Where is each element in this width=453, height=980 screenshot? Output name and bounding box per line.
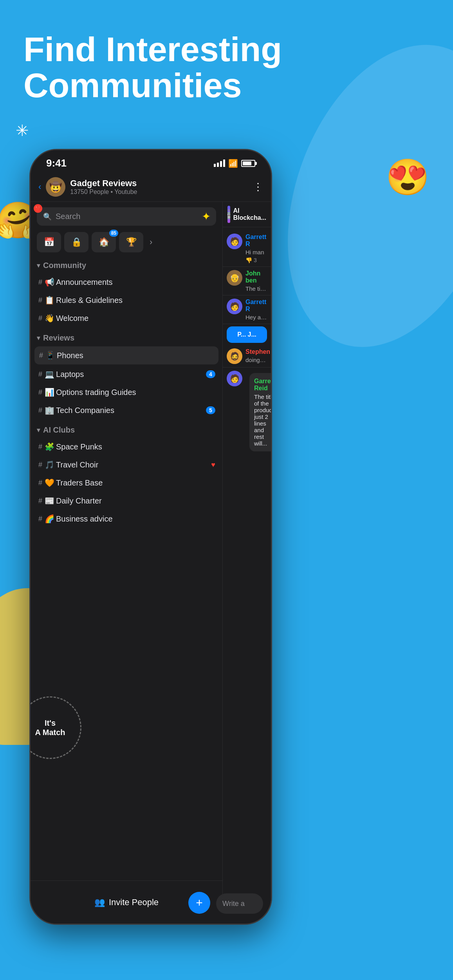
status-time: 9:41: [46, 157, 67, 169]
chat-group-header: 🤖 AI Blockcha...: [223, 202, 271, 227]
avatar: 🧔: [227, 348, 242, 364]
message-list: 🧑 Garrett R Hi man 👎 3 👴: [223, 227, 271, 907]
long-message: Garrett Reid The title of the product ju…: [249, 373, 271, 451]
group-sub: 13750 People • Youtube: [70, 188, 253, 196]
message-author: Garrett R: [245, 234, 267, 248]
avatar: 🧑: [227, 234, 242, 249]
search-bar[interactable]: ❤️ 🔍 Search ✦: [37, 207, 216, 226]
sidebar: ❤️ 🔍 Search ✦ 📅 🔒 🏠 85 🏆 ›: [31, 202, 222, 907]
signal-bars: [214, 159, 225, 167]
heart-badge: ❤️: [34, 204, 42, 213]
message-item: 🧑 Garrett R Hey an...: [223, 295, 271, 324]
message-item: 🧑 Garrett Reid The title of the product …: [223, 368, 271, 457]
chevron-down-icon: ▾: [37, 262, 40, 269]
hero-line1: Find Interesting: [23, 31, 282, 67]
message-text: Hi man: [245, 249, 267, 255]
battery-icon: [241, 160, 255, 167]
unread-badge: 4: [206, 370, 215, 378]
message-reaction: 👎 3: [245, 257, 267, 263]
message-input[interactable]: Write a: [222, 893, 263, 907]
channel-options-trading[interactable]: # 📊 Options trading Guides: [31, 383, 222, 401]
message-text: The title just 2 li...: [245, 285, 267, 292]
sparkle-icon-1: ✳: [16, 121, 29, 139]
tab-home[interactable]: 🏠 85: [92, 232, 116, 252]
section-label: Community: [43, 261, 86, 270]
message-text: Hey an...: [245, 314, 267, 321]
message-text: The title of the product just 2 lines an…: [254, 393, 271, 447]
message-author: Garrett R: [245, 299, 267, 313]
channel-announcements[interactable]: # 📢 Announcements: [31, 273, 222, 291]
group-name: Gadget Reviews: [70, 178, 253, 188]
heart-eyes-emoji: 😍: [386, 157, 430, 198]
channel-laptops[interactable]: # 💻 Laptops 4: [31, 365, 222, 383]
avatar: 🧑: [227, 299, 242, 314]
group-channel-name: AI Blockcha...: [233, 207, 266, 221]
channel-tech-companies[interactable]: # 🏢 Tech Companies 5: [31, 401, 222, 419]
status-bar: 9:41 📶: [31, 150, 271, 172]
header-info: Gadget Reviews 13750 People • Youtube: [70, 178, 253, 196]
main-content: ❤️ 🔍 Search ✦ 📅 🔒 🏠 85 🏆 ›: [31, 202, 271, 907]
chat-panel: 🤖 AI Blockcha... 🧑 Garrett R Hi man 👎 3: [222, 202, 271, 907]
group-avatar: 🤖: [227, 206, 230, 223]
avatar: 🤠: [46, 177, 65, 197]
section-label: AI Clubs: [43, 426, 75, 435]
tab-calendar[interactable]: 📅: [37, 232, 61, 252]
search-icon: 🔍: [43, 212, 52, 221]
chevron-down-icon: ▾: [37, 334, 40, 342]
message-author: Stephen: [245, 348, 267, 355]
message-author: Garrett Reid: [254, 378, 271, 392]
phone-mockup: 9:41 📶 ‹ 🤠 Gadget Reviews 13750 Pe: [29, 149, 272, 925]
chat-cta-button[interactable]: P... J...: [227, 326, 267, 343]
section-community[interactable]: ▾ Community: [31, 255, 222, 273]
match-badge: It's A Match: [29, 696, 81, 759]
channel-welcome[interactable]: # 👋 Welcome: [31, 309, 222, 327]
channel-space-punks[interactable]: # 🧩 Space Punks: [31, 438, 222, 456]
avatar: 👴: [227, 270, 242, 286]
heart-icon: ♥: [211, 461, 215, 469]
message-item: 👴 John ben The title just 2 li...: [223, 267, 271, 295]
channel-phones[interactable]: # 📱 Phones: [34, 346, 218, 364]
tab-icons-row: 📅 🔒 🏠 85 🏆 ›: [31, 230, 222, 255]
add-person-icon: 👥: [94, 897, 105, 907]
avatar: 🧑: [227, 371, 242, 386]
message-item: 🧔 Stephen doing w...: [223, 345, 271, 368]
back-button[interactable]: ‹: [38, 182, 41, 192]
section-reviews[interactable]: ▾ Reviews: [31, 327, 222, 346]
channel-rules[interactable]: # 📋 Rules & Guidelines: [31, 291, 222, 309]
chat-header: ‹ 🤠 Gadget Reviews 13750 People • Youtub…: [31, 172, 271, 202]
phone-frame: 9:41 📶 ‹ 🤠 Gadget Reviews 13750 Pe: [29, 149, 272, 925]
message-item: 🧑 Garrett R Hi man 👎 3: [223, 230, 271, 267]
sparkle-icon: ✦: [202, 210, 211, 223]
channel-daily-charter[interactable]: # 📰 Daily Charter: [31, 492, 222, 510]
chevron-down-icon: ▾: [37, 426, 40, 434]
notification-badge: 85: [109, 230, 118, 237]
message-text: doing w...: [245, 357, 267, 363]
hero-text: Find Interesting Communities: [23, 31, 282, 104]
section-label: Reviews: [43, 333, 74, 342]
hero-line2: Communities: [23, 67, 282, 103]
channel-business-advice[interactable]: # 🌈 Business advice: [31, 510, 222, 528]
tab-lock[interactable]: 🔒: [64, 232, 88, 252]
status-icons: 📶: [214, 159, 255, 168]
message-author: John ben: [245, 270, 267, 284]
tab-more-icon[interactable]: ›: [146, 237, 155, 247]
search-input[interactable]: Search: [56, 212, 210, 221]
channel-travel-choir[interactable]: # 🎵 Travel Choir ♥: [31, 456, 222, 474]
unread-badge: 5: [206, 406, 215, 414]
section-ai-clubs[interactable]: ▾ AI Clubs: [31, 419, 222, 438]
wifi-icon: 📶: [228, 159, 238, 168]
more-options-button[interactable]: ⋮: [253, 181, 263, 193]
tab-trophy[interactable]: 🏆: [119, 232, 143, 252]
channel-traders-base[interactable]: # 🧡 Traders Base: [31, 474, 222, 492]
invite-people-button[interactable]: 👥 Invite People: [94, 897, 159, 907]
